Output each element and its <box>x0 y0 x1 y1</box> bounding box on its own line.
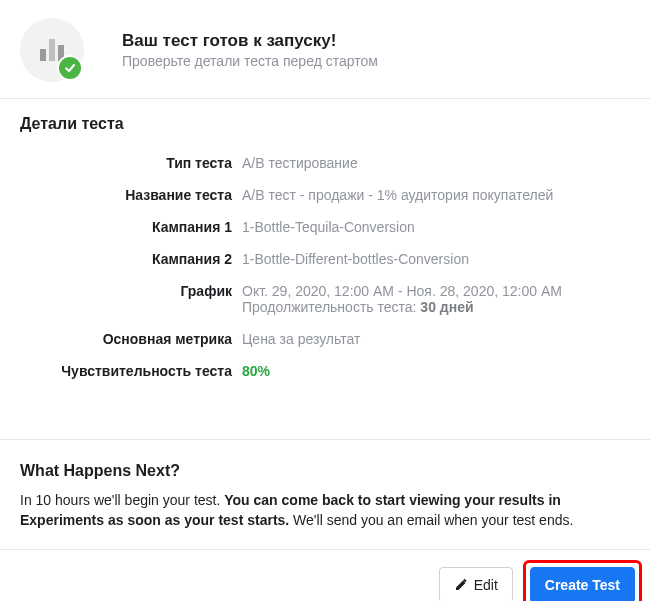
value-campaign-1: 1-Bottle-Tequila-Conversion <box>242 219 415 235</box>
what-happens-next-title: What Happens Next? <box>20 462 630 480</box>
header-title: Ваш тест готов к запуску! <box>122 31 378 51</box>
details-section-title: Детали теста <box>20 115 630 133</box>
label-schedule: График <box>20 283 242 299</box>
header: Ваш тест готов к запуску! Проверьте дета… <box>0 0 650 98</box>
label-metric: Основная метрика <box>20 331 242 347</box>
value-metric: Цена за результат <box>242 331 360 347</box>
value-test-name: A/B тест - продажи - 1% аудитория покупа… <box>242 187 553 203</box>
value-sensitivity: 80% <box>242 363 270 379</box>
test-summary-dialog: Ваш тест готов к запуску! Проверьте дета… <box>0 0 650 601</box>
schedule-duration-prefix: Продолжительность теста: <box>242 299 420 315</box>
value-schedule: Окт. 29, 2020, 12:00 AM - Ноя. 28, 2020,… <box>242 283 562 315</box>
row-test-name: Название теста A/B тест - продажи - 1% а… <box>20 187 630 203</box>
pencil-icon <box>454 578 468 592</box>
what-happens-next-section: What Happens Next? In 10 hours we'll beg… <box>0 440 650 549</box>
edit-button[interactable]: Edit <box>439 567 513 601</box>
svg-rect-0 <box>40 49 46 61</box>
row-campaign-1: Кампания 1 1-Bottle-Tequila-Conversion <box>20 219 630 235</box>
value-test-type: A/B тестирование <box>242 155 358 171</box>
label-campaign-2: Кампания 2 <box>20 251 242 267</box>
edit-button-label: Edit <box>474 577 498 593</box>
next-pre: In 10 hours we'll begin your test. <box>20 492 224 508</box>
label-campaign-1: Кампания 1 <box>20 219 242 235</box>
header-subtitle: Проверьте детали теста перед стартом <box>122 53 378 69</box>
create-test-button-label: Create Test <box>545 577 620 593</box>
value-campaign-2: 1-Bottle-Different-bottles-Conversion <box>242 251 469 267</box>
next-post: We'll send you an email when your test e… <box>289 512 573 528</box>
footer: Edit Create Test <box>0 549 650 601</box>
row-sensitivity: Чувствительность теста 80% <box>20 363 630 379</box>
label-test-name: Название теста <box>20 187 242 203</box>
header-text: Ваш тест готов к запуску! Проверьте дета… <box>122 31 378 69</box>
row-campaign-2: Кампания 2 1-Bottle-Different-bottles-Co… <box>20 251 630 267</box>
spacer <box>0 399 650 439</box>
row-metric: Основная метрика Цена за результат <box>20 331 630 347</box>
schedule-duration-value: 30 дней <box>420 299 473 315</box>
schedule-duration-line: Продолжительность теста: 30 дней <box>242 299 562 315</box>
label-sensitivity: Чувствительность теста <box>20 363 242 379</box>
experiment-icon <box>20 18 84 82</box>
create-test-button[interactable]: Create Test <box>530 567 635 601</box>
details-section: Детали теста Тип теста A/B тестирование … <box>0 99 650 399</box>
create-test-highlight: Create Test <box>523 560 642 601</box>
row-test-type: Тип теста A/B тестирование <box>20 155 630 171</box>
schedule-range: Окт. 29, 2020, 12:00 AM - Ноя. 28, 2020,… <box>242 283 562 299</box>
check-icon <box>57 55 83 81</box>
svg-rect-1 <box>49 39 55 61</box>
label-test-type: Тип теста <box>20 155 242 171</box>
row-schedule: График Окт. 29, 2020, 12:00 AM - Ноя. 28… <box>20 283 630 315</box>
what-happens-next-body: In 10 hours we'll begin your test. You c… <box>20 490 630 531</box>
